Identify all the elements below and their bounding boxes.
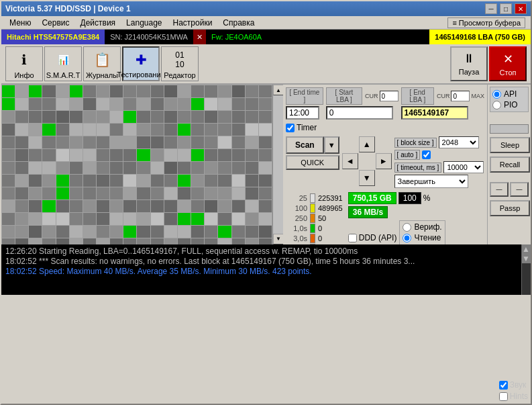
map-cell: [56, 175, 69, 187]
log-line-3: 18:02:52 Speed: Maximum 40 MB/s. Average…: [5, 267, 527, 276]
ddd-checkbox-label[interactable]: DDD (API): [348, 233, 397, 242]
auto-checkbox[interactable]: [422, 150, 431, 159]
drive-close-button[interactable]: ✕: [193, 30, 206, 44]
journals-button[interactable]: 📋 Журналы: [83, 46, 121, 81]
map-cell: [2, 162, 15, 174]
map-cell: [218, 175, 231, 187]
cur-input-2[interactable]: [451, 91, 470, 101]
menu-item-settings[interactable]: Настройки: [168, 17, 218, 29]
map-cell: [42, 111, 55, 123]
menu-item-help[interactable]: Справка: [217, 17, 260, 29]
small-btn-1[interactable]: —: [490, 182, 509, 197]
map-cell: [2, 175, 15, 187]
read-radio[interactable]: [403, 234, 411, 242]
arrow-left-button[interactable]: ◄: [342, 153, 358, 169]
small-btn-2[interactable]: —: [510, 182, 529, 197]
map-cell: [137, 149, 150, 161]
arrow-right-button[interactable]: ►: [376, 153, 392, 169]
arrow-up-button[interactable]: ▲: [359, 136, 375, 152]
stop-button[interactable]: ✕ Стоп: [489, 46, 527, 81]
pause-button[interactable]: ⏸ Пауза: [450, 46, 488, 81]
maximize-button[interactable]: □: [500, 3, 512, 14]
log-scroll-up[interactable]: ▲: [522, 244, 531, 254]
arrow-down-button[interactable]: ▼: [359, 170, 375, 186]
spacer-1: [490, 116, 529, 121]
map-scrollbar[interactable]: ▲ ▼: [272, 85, 283, 244]
verif-radio[interactable]: [403, 223, 411, 232]
api-radio[interactable]: [492, 90, 501, 99]
recall-button[interactable]: Recall: [490, 156, 530, 173]
map-cell: [15, 124, 28, 136]
title-bar: Victoria 5.37 HDD/SSD | Device 1 ─ □ ✕: [1, 1, 531, 16]
max-label: MAX: [471, 93, 484, 99]
complete-select[interactable]: Завершить: [394, 175, 468, 188]
timer-checkbox[interactable]: [286, 124, 295, 132]
map-cell: [42, 226, 55, 238]
map-cell: [97, 200, 109, 212]
sound-checkbox[interactable]: [499, 381, 508, 390]
quick-button[interactable]: QUICK: [286, 155, 339, 170]
api-radio-label[interactable]: API: [492, 89, 526, 99]
map-cell: [178, 85, 191, 97]
map-cell: [164, 111, 177, 123]
timeout-select[interactable]: 10000: [443, 161, 484, 173]
map-cell: [151, 200, 164, 212]
map-cell: [123, 238, 136, 244]
sleep-button[interactable]: Sleep: [490, 137, 530, 153]
map-cell: [151, 98, 164, 110]
menu-bar: Меню Сервис Действия Language Настройки …: [1, 16, 531, 30]
map-cell: [191, 213, 204, 225]
start-lba-input[interactable]: [326, 106, 393, 120]
menu-item-menu[interactable]: Меню: [4, 17, 36, 29]
ddd-checkbox[interactable]: [348, 234, 357, 242]
scan-dropdown-button[interactable]: ▼: [324, 136, 339, 154]
read-radio-label[interactable]: Чтение: [403, 233, 441, 242]
scan-button[interactable]: Scan: [286, 136, 324, 154]
map-cell: [259, 162, 272, 174]
scroll-track[interactable]: [273, 95, 283, 234]
map-cell: [15, 226, 28, 238]
passp-button[interactable]: Passp: [490, 200, 530, 216]
end-lba-input[interactable]: [401, 106, 468, 120]
minimize-button[interactable]: ─: [485, 3, 497, 14]
err-row-3s: 3,0s 0: [286, 234, 343, 243]
map-cell: [42, 149, 55, 161]
map-cell: [164, 238, 177, 244]
verif-radio-label[interactable]: Вериф.: [403, 222, 441, 232]
map-cell: [123, 85, 136, 97]
log-scroll-down[interactable]: ▼: [522, 254, 531, 263]
pio-radio[interactable]: [492, 101, 501, 109]
scroll-up-button[interactable]: ▲: [273, 85, 283, 95]
err-bar-100: [310, 204, 315, 213]
hints-checkbox-label[interactable]: Hints: [499, 392, 528, 401]
map-cell: [29, 213, 42, 225]
right-side-panel: API PIO Sleep Recall — — Passp: [487, 85, 531, 244]
cur-input-1[interactable]: [380, 91, 398, 101]
hints-checkbox[interactable]: [499, 392, 508, 401]
map-cell: [205, 238, 217, 244]
pio-radio-label[interactable]: PIO: [492, 100, 526, 109]
block-size-select[interactable]: 2048: [439, 136, 479, 148]
sound-checkbox-label[interactable]: Звук: [499, 380, 528, 390]
log-scrollbar[interactable]: ▲ ▼: [521, 244, 531, 295]
menu-item-service[interactable]: Сервис: [36, 17, 74, 29]
close-button[interactable]: ✕: [515, 3, 527, 14]
info-button[interactable]: ℹ Инфо: [5, 46, 43, 81]
view-buffer-button[interactable]: ≡ Просмотр буфера: [447, 17, 525, 28]
map-cell: [70, 136, 83, 148]
menu-item-language[interactable]: Language: [121, 17, 167, 29]
map-cell: [97, 136, 109, 148]
map-cell: [232, 124, 245, 136]
smart-button[interactable]: 📊 S.M.A.R.T: [44, 46, 82, 81]
map-cell: [110, 149, 123, 161]
map-cell: [42, 136, 55, 148]
scroll-down-button[interactable]: ▼: [273, 234, 283, 244]
editor-icon: 0110: [169, 49, 191, 70]
testing-button[interactable]: ✚ Тестирование: [122, 46, 160, 81]
menu-item-actions[interactable]: Действия: [75, 17, 121, 29]
log-text-2: *** Scan results: no warnings, no errors…: [39, 257, 415, 266]
time-input[interactable]: [286, 106, 319, 120]
map-cell: [259, 85, 272, 97]
timer-checkbox-label[interactable]: Timer: [286, 123, 317, 132]
editor-button[interactable]: 0110 Редактор: [161, 46, 199, 81]
